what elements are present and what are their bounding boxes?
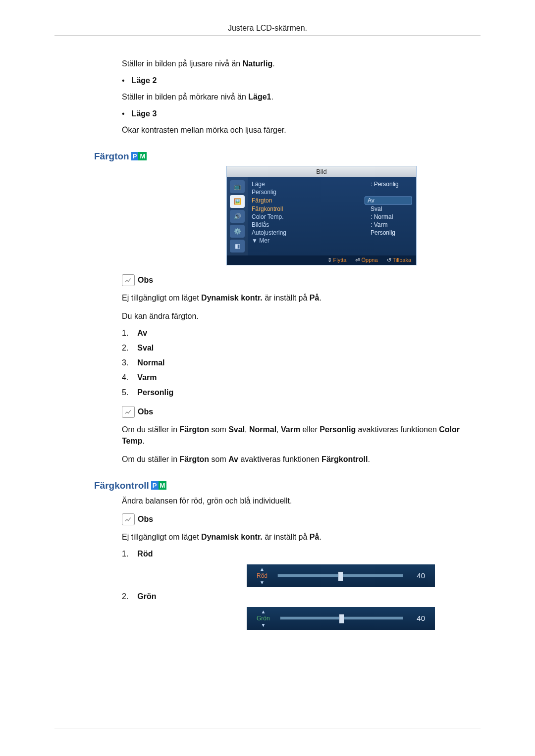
osd-title: Bild	[227, 166, 416, 177]
obs2-p2: Om du ställer in Färgton som Av avaktive…	[122, 454, 471, 465]
slider-track	[277, 574, 403, 577]
slider-label: ▲Röd▼	[257, 572, 268, 579]
pm-badge: PM	[151, 481, 167, 490]
osd-row: Bildlås: Varm	[252, 221, 412, 229]
osd-icon-multi: ◧	[230, 240, 245, 252]
slider-knob	[338, 571, 343, 581]
note-icon	[122, 406, 135, 418]
slider-option: 1.Röd	[122, 550, 471, 558]
option-item: 2.Sval	[122, 344, 471, 353]
osd-icon-input: 📺	[230, 180, 245, 193]
obs1-line2: Du kan ändra färgton.	[122, 310, 471, 322]
content-area: Ställer in bilden på ljusare nivå än Nat…	[94, 58, 471, 630]
option-item: 4.Varm	[122, 373, 471, 382]
osd-row: Läge: Personlig	[252, 180, 412, 188]
mode3-heading: •Läge 3	[122, 109, 471, 118]
section-fargton-title: Färgton PM	[94, 151, 471, 162]
mode2-desc: Ställer in bilden på mörkare nivå än Läg…	[122, 91, 471, 102]
slider-option: 2.Grön	[122, 592, 471, 601]
osd-row: Personlig	[252, 188, 412, 196]
obs1-line1: Ej tillgängligt om läget Dynamisk kontr.…	[122, 292, 471, 303]
obs3-heading: Obs	[122, 513, 471, 525]
fargkontroll-desc: Ändra balansen för röd, grön och blå ind…	[122, 495, 471, 506]
osd-icon-picture: 🖼️	[230, 195, 245, 208]
slider-knob	[339, 614, 344, 624]
obs3-line1: Ej tillgängligt om läget Dynamisk kontr.…	[122, 531, 471, 543]
osd-icon-setup: ⚙️	[230, 225, 245, 238]
color-slider: ▲Grön▼40	[247, 607, 435, 630]
osd-row: ▼ Mer	[252, 237, 412, 245]
osd-row: Color Temp.: Normal	[252, 213, 412, 221]
mode2-heading: •Läge 2	[122, 76, 471, 85]
osd-footer-item: ⏎Öppna	[355, 257, 377, 263]
osd-footer-item: ↺Tillbaka	[387, 257, 412, 263]
option-item: 3.Normal	[122, 358, 471, 367]
osd-row: FärgkontrollSval	[252, 205, 412, 213]
obs1-heading: Obs	[122, 274, 471, 286]
section-fargkontroll-title: Färgkontroll PM	[94, 480, 471, 491]
obs2-heading: Obs	[122, 406, 471, 418]
osd-icon-sound: 🔊	[230, 210, 245, 223]
option-item: 5.Personlig	[122, 388, 471, 397]
slider-value: 40	[413, 614, 425, 622]
intro-line1: Ställer in bilden på ljusare nivå än Nat…	[122, 58, 471, 69]
osd-row: FärgtonAv	[252, 196, 412, 205]
slider-track	[280, 616, 403, 620]
mode3-desc: Ökar kontrasten mellan mörka och ljusa f…	[122, 124, 471, 136]
slider-label: ▲Grön▼	[257, 615, 270, 622]
top-rule	[54, 36, 481, 36]
note-icon	[122, 513, 135, 525]
osd-menu: Bild 📺 🖼️ 🔊 ⚙️ ◧ Läge: PersonligPersonli…	[226, 166, 417, 265]
obs2-p1: Om du ställer in Färgton som Sval, Norma…	[122, 424, 471, 447]
pm-badge: PM	[131, 152, 147, 160]
bottom-rule	[54, 728, 481, 728]
slider-value: 40	[413, 571, 425, 580]
color-slider: ▲Röd▼40	[247, 564, 435, 587]
page-title: Justera LCD-skärmen.	[54, 24, 481, 36]
option-item: 1.Av	[122, 329, 471, 338]
osd-row: AutojusteringPersonlig	[252, 229, 412, 237]
osd-footer-item: ⇕Flytta	[327, 257, 347, 263]
note-icon	[122, 274, 135, 286]
